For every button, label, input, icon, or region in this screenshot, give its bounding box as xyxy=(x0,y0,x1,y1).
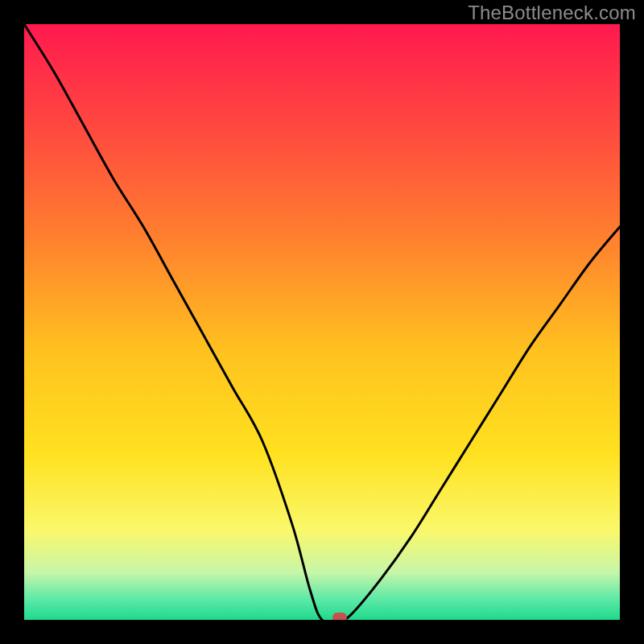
watermark-text: TheBottleneck.com xyxy=(468,2,636,24)
plot-area xyxy=(24,24,620,620)
bottleneck-curve xyxy=(24,24,620,620)
curve-layer xyxy=(24,24,620,620)
optimal-marker xyxy=(332,613,347,620)
chart-frame: TheBottleneck.com xyxy=(0,0,644,644)
